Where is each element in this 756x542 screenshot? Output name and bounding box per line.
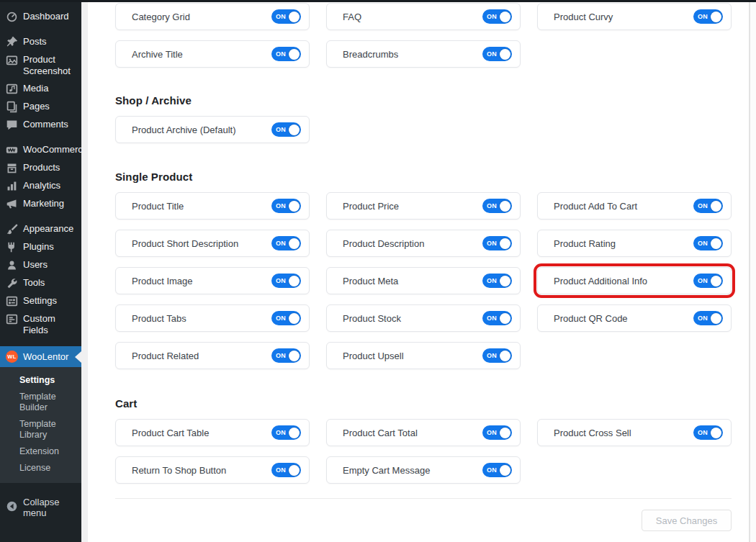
toggle-switch[interactable]: ON <box>271 122 301 137</box>
save-changes-button[interactable]: Save Changes <box>642 510 732 531</box>
toggle-on-label: ON <box>487 50 497 58</box>
submenu-item-license[interactable]: License <box>0 460 81 476</box>
media-icon <box>6 83 18 95</box>
toggle-switch[interactable]: ON <box>482 348 512 363</box>
toggle-switch[interactable]: ON <box>271 199 301 213</box>
card-label: Product Tabs <box>132 313 186 324</box>
section-title-cart: Cart <box>115 397 732 410</box>
card-label: Product Short Description <box>132 238 238 249</box>
toggle-knob <box>711 428 721 438</box>
sidebar-item-tools[interactable]: Tools <box>0 274 81 292</box>
sidebar-item-posts[interactable]: Posts <box>0 33 81 51</box>
woocommerce-icon <box>6 144 18 156</box>
toggle-card-product-cross-sell: Product Cross Sell ON <box>537 419 732 446</box>
toggle-switch[interactable]: ON <box>482 274 512 288</box>
toggle-knob <box>500 465 510 476</box>
toggle-on-label: ON <box>276 13 286 20</box>
sidebar-item-products[interactable]: Products <box>0 159 81 177</box>
sidebar-item-analytics[interactable]: Analytics <box>0 177 81 195</box>
toggle-switch[interactable]: ON <box>482 9 512 24</box>
sidebar-item-custom-fields[interactable]: Custom Fields <box>0 310 81 339</box>
sidebar-item-label: Tools <box>23 277 45 289</box>
toggle-on-label: ON <box>487 13 497 20</box>
toggle-switch[interactable]: ON <box>693 236 723 250</box>
toggle-switch[interactable]: ON <box>693 425 723 440</box>
toggle-card-product-price: Product Price ON <box>326 192 521 220</box>
widgets-grid-top: Category Grid ON FAQ ON Product Curvy ON… <box>115 3 732 68</box>
card-label: Product Additional Info <box>554 276 647 286</box>
toggle-switch[interactable]: ON <box>271 274 301 288</box>
toggle-switch[interactable]: ON <box>271 236 301 250</box>
toggle-knob <box>500 351 510 361</box>
toggle-switch[interactable]: ON <box>482 463 512 477</box>
sidebar-item-woolentor[interactable]: WL WooLentor <box>0 346 81 367</box>
sidebar-item-product-screenshot[interactable]: Product Screenshot <box>0 51 81 80</box>
user-icon <box>6 259 18 271</box>
toggle-knob <box>289 49 300 60</box>
widgets-grid-single-product: Product Title ON Product Price ON Produc… <box>115 192 732 369</box>
settings-panel: Category Grid ON FAQ ON Product Curvy ON… <box>88 2 749 542</box>
toggle-knob <box>711 313 721 324</box>
toggle-switch[interactable]: ON <box>693 274 723 288</box>
admin-menu: Dashboard Posts Product Screenshot Media… <box>0 0 81 523</box>
toggle-switch[interactable]: ON <box>271 47 301 61</box>
collapse-arrow-icon <box>6 500 18 515</box>
toggle-knob <box>711 276 721 286</box>
toggle-card-product-qr-code: Product QR Code ON <box>537 304 732 332</box>
toggle-switch[interactable]: ON <box>271 9 301 24</box>
toggle-switch[interactable]: ON <box>693 311 723 325</box>
submenu-item-extension[interactable]: Extension <box>0 443 81 460</box>
toggle-knob <box>289 428 300 438</box>
toggle-switch[interactable]: ON <box>482 425 512 440</box>
collapse-menu-button[interactable]: Collapse menu <box>0 492 81 523</box>
sidebar-item-label: Media <box>23 83 48 94</box>
toggle-on-label: ON <box>487 429 497 436</box>
toggle-switch[interactable]: ON <box>482 199 512 213</box>
sidebar-item-dashboard[interactable]: Dashboard <box>0 8 81 26</box>
toggle-card-faq: FAQ ON <box>326 3 521 30</box>
toggle-knob <box>500 238 510 249</box>
sidebar-item-comments[interactable]: Comments <box>0 116 81 134</box>
toggle-card-breadcrumbs: Breadcrumbs ON <box>326 40 521 68</box>
card-label: Product Title <box>132 201 184 212</box>
toggle-switch[interactable]: ON <box>693 9 723 24</box>
sidebar-item-pages[interactable]: Pages <box>0 98 81 116</box>
toggle-switch[interactable]: ON <box>271 348 301 363</box>
toggle-card-return-to-shop-button: Return To Shop Button ON <box>115 456 310 484</box>
toggle-card-product-additional-info: Product Additional Info ON <box>537 267 732 294</box>
sidebar-item-media[interactable]: Media <box>0 80 81 98</box>
submenu-item-template-builder[interactable]: Template Builder <box>0 389 81 416</box>
sidebar-item-label: Product Screenshot <box>23 54 79 77</box>
toggle-switch[interactable]: ON <box>271 463 301 477</box>
screenshot-icon <box>6 54 18 66</box>
woolentor-logo-icon: WL <box>6 351 18 363</box>
scrollbar[interactable] <box>749 2 756 542</box>
toggle-on-label: ON <box>698 202 708 209</box>
card-label: Product Stock <box>343 313 401 324</box>
submenu-item-settings[interactable]: Settings <box>0 372 81 389</box>
toggle-switch[interactable]: ON <box>693 199 723 213</box>
toggle-switch[interactable]: ON <box>482 236 512 250</box>
sidebar-item-settings[interactable]: Settings <box>0 292 81 310</box>
toggle-on-label: ON <box>487 352 497 359</box>
toggle-switch[interactable]: ON <box>482 47 512 61</box>
sidebar-item-marketing[interactable]: Marketing <box>0 195 81 213</box>
sidebar-item-woocommerce[interactable]: WooCommerce <box>0 141 81 159</box>
megaphone-icon <box>6 198 18 210</box>
card-label: Category Grid <box>132 12 190 22</box>
toggle-switch[interactable]: ON <box>271 311 301 325</box>
sidebar-item-appearance[interactable]: Appearance <box>0 220 81 238</box>
toggle-card-product-tabs: Product Tabs ON <box>115 304 310 332</box>
sidebar-item-label: Marketing <box>23 198 64 209</box>
toggle-switch[interactable]: ON <box>482 311 512 325</box>
card-label: Empty Cart Message <box>343 465 430 476</box>
sidebar-item-users[interactable]: Users <box>0 256 81 274</box>
toggle-switch[interactable]: ON <box>271 425 301 440</box>
card-label: Product Related <box>132 351 199 361</box>
submenu-item-template-library[interactable]: Template Library <box>0 416 81 443</box>
collapse-menu-label: Collapse menu <box>23 497 76 518</box>
toggle-on-label: ON <box>487 466 497 474</box>
sidebar-item-plugins[interactable]: Plugins <box>0 238 81 256</box>
toggle-on-label: ON <box>276 126 286 133</box>
toggle-knob <box>500 276 510 286</box>
